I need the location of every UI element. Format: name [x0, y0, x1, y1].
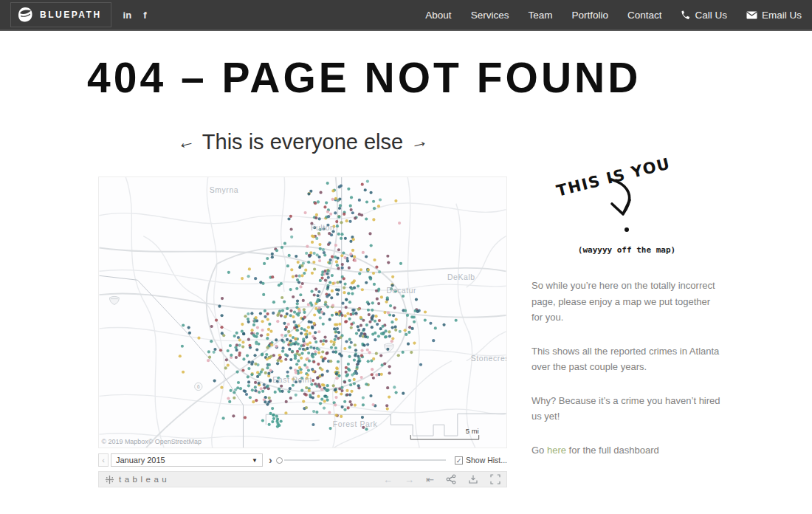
phone-icon — [681, 10, 690, 20]
map-label-dekalb: DeKalb — [447, 273, 475, 281]
checkbox-check-icon[interactable]: ✓ — [455, 456, 463, 465]
dashboard-cta: Go here for the full dashboard — [531, 442, 723, 459]
checkbox-label: Show Hist... — [466, 456, 507, 465]
nav-item-team[interactable]: Team — [528, 10, 552, 21]
map-attribution: © 2019 Mapbox© OpenStreetMap — [101, 438, 201, 445]
prev-month-button[interactable]: ‹ — [98, 453, 109, 467]
this-is-you-annotation: THIS IS YOU (wayyyy off the map) — [530, 152, 751, 275]
map-label-east-point: East Point — [272, 376, 312, 384]
next-month-button[interactable]: › — [269, 454, 272, 466]
scale-label: 5 mi — [466, 427, 479, 435]
tableau-mark-icon — [105, 475, 114, 484]
map-label-decatur: Decatur — [386, 287, 416, 295]
brand-logo[interactable]: BLUEPATH — [10, 2, 111, 27]
slider-knob[interactable] — [276, 457, 283, 464]
tableau-wordmark: tableau — [119, 475, 170, 484]
map-label-fulton: Fulton — [311, 224, 335, 232]
map-label-smyrna: Smyrna — [210, 186, 239, 194]
crime-map[interactable]: 6 SmyrnaFultonDeKalbDecaturStonecrestEas… — [98, 177, 507, 448]
nav-item-services[interactable]: Services — [471, 10, 509, 21]
slider-track[interactable] — [284, 459, 446, 461]
left-arrow-glyph: ← — [174, 130, 196, 154]
nav-menu: AboutServicesTeamPortfolioContact Call U… — [425, 10, 802, 21]
aside-column: THIS IS YOU (wayyyy off the map) So whil… — [530, 152, 751, 275]
nav-item-about[interactable]: About — [425, 10, 451, 21]
brand-name: BLUEPATH — [40, 10, 102, 20]
toolbar-buttons: ← → ⇤ — [383, 474, 500, 484]
envelope-icon — [746, 11, 757, 19]
right-arrow-glyph: → — [408, 130, 430, 154]
revert-button[interactable]: ⇤ — [426, 475, 434, 484]
month-dropdown-value: January 2015 — [116, 456, 165, 465]
route-badge-icon: 6 — [195, 383, 202, 390]
copy-paragraph-1: So while you’re here on the totally inco… — [531, 278, 723, 326]
curved-arrow-icon — [601, 177, 647, 225]
undo-button[interactable]: ← — [383, 475, 393, 484]
facebook-icon[interactable]: f — [143, 10, 146, 21]
month-dropdown[interactable]: January 2015 ▼ — [111, 453, 263, 467]
time-controls: ‹ January 2015 ▼ › ✓ Show Hist... — [98, 453, 507, 467]
copy-paragraph-3: Why? Because it’s a crime you haven’t hi… — [531, 393, 723, 425]
map-label-stonecrest: Stonecrest — [471, 354, 507, 363]
fullscreen-button[interactable] — [490, 474, 500, 484]
download-button[interactable] — [468, 474, 478, 484]
tableau-logo[interactable]: tableau — [105, 475, 170, 484]
copy-paragraph-2: This shows all the reported crimes in At… — [531, 343, 723, 375]
share-button[interactable] — [446, 474, 456, 484]
linkedin-icon[interactable]: in — [123, 10, 132, 21]
subtitle-text: This is everyone else — [202, 130, 403, 154]
off-the-map-caption: (wayyyy off the map) — [530, 245, 723, 255]
body-copy: So while you’re here on the totally inco… — [531, 278, 723, 476]
nav-item-email-us[interactable]: Email Us — [746, 10, 802, 21]
you-are-here-dot — [625, 227, 629, 232]
subtitle: ←This is everyone else→ — [98, 130, 507, 154]
nav-item-portfolio[interactable]: Portfolio — [571, 10, 608, 21]
nav-item-contact[interactable]: Contact — [627, 10, 662, 21]
dashboard-link[interactable]: here — [547, 445, 566, 456]
interstate-shield-icon — [109, 296, 119, 304]
redo-button[interactable]: → — [405, 475, 414, 484]
chevron-down-icon: ▼ — [252, 457, 258, 464]
show-history-checkbox[interactable]: ✓ Show Hist... — [455, 456, 507, 465]
social-links: in f — [123, 10, 147, 21]
time-slider[interactable] — [276, 457, 446, 464]
tableau-toolbar: tableau ← → ⇤ — [98, 471, 507, 487]
bluepath-logo-icon — [16, 6, 34, 24]
interstate-shield-icon — [384, 343, 393, 352]
tableau-embed: 6 SmyrnaFultonDeKalbDecaturStonecrestEas… — [98, 177, 507, 487]
nav-item-call-us[interactable]: Call Us — [681, 10, 727, 21]
map-label-forest-park: Forest Park — [333, 420, 378, 428]
page-title: 404 – PAGE NOT FOUND — [87, 56, 812, 100]
top-nav-bar: BLUEPATH in f AboutServicesTeamPortfolio… — [0, 0, 812, 31]
svg-text:6: 6 — [197, 384, 200, 389]
